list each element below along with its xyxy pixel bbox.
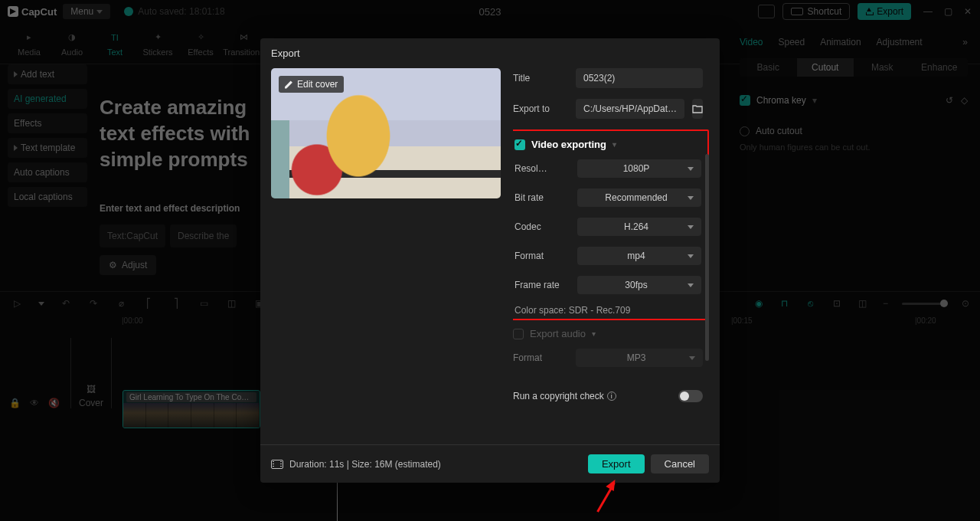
exportto-label: Export to bbox=[513, 103, 568, 114]
topbar: CapCut Menu Auto saved: 18:01:18 0523 Sh… bbox=[0, 0, 980, 23]
chevron-down-icon bbox=[688, 167, 694, 171]
tab-text[interactable]: TIText bbox=[93, 31, 136, 57]
folder-button[interactable] bbox=[692, 99, 703, 119]
crop-icon[interactable]: ◫ bbox=[225, 297, 237, 310]
sidebar-local-captions[interactable]: Local captions bbox=[8, 187, 87, 207]
app-logo: CapCut bbox=[8, 6, 57, 18]
trim-right-icon[interactable]: ⎤ bbox=[170, 297, 182, 310]
format-label: Format bbox=[514, 251, 570, 261]
info-icon[interactable]: i bbox=[607, 392, 616, 401]
title-field[interactable]: 0523(2) bbox=[576, 68, 703, 88]
rptab-animation[interactable]: Animation bbox=[820, 37, 861, 48]
subtab-enhance[interactable]: Enhance bbox=[911, 58, 969, 77]
audio-format-dropdown: MP3 bbox=[576, 349, 703, 367]
edit-cover-button[interactable]: Edit cover bbox=[279, 76, 344, 93]
lock-icon[interactable]: 🔒 bbox=[9, 398, 21, 408]
cover-button[interactable]: 🖼 Cover bbox=[70, 338, 112, 408]
codec-dropdown[interactable]: H.264 bbox=[577, 218, 701, 236]
sidebar-auto-captions[interactable]: Auto captions bbox=[8, 162, 87, 182]
subtab-basic[interactable]: Basic bbox=[740, 58, 797, 77]
tab-audio[interactable]: ◑Audio bbox=[51, 31, 93, 57]
trim-left-icon[interactable]: ⎡ bbox=[142, 297, 155, 310]
tab-stickers[interactable]: ✦Stickers bbox=[136, 31, 179, 57]
shortcut-button[interactable]: Shortcut bbox=[782, 3, 851, 20]
exportto-field[interactable]: C:/Users/HP/AppDat… bbox=[576, 99, 684, 119]
menu-button[interactable]: Menu bbox=[63, 4, 110, 19]
undo-icon[interactable]: ↶ bbox=[60, 297, 72, 310]
keyframe-icon[interactable]: ◇ bbox=[961, 95, 968, 106]
zoom-fit-icon[interactable]: ⊙ bbox=[962, 298, 969, 309]
rptab-more-icon[interactable]: » bbox=[962, 37, 968, 48]
rptab-adjustment[interactable]: Adjustment bbox=[877, 37, 923, 48]
tab-media[interactable]: ▸Media bbox=[8, 31, 51, 57]
chroma-checkbox[interactable] bbox=[740, 95, 750, 106]
right-panel: Video Speed Animation Adjustment » Basic… bbox=[727, 29, 980, 290]
chevron-down-icon bbox=[688, 283, 694, 287]
magnet-icon[interactable]: ⊓ bbox=[779, 297, 791, 310]
sidebar-text-template[interactable]: Text template bbox=[8, 138, 87, 158]
chevron-down-icon bbox=[688, 196, 694, 200]
chevron-down-icon bbox=[688, 254, 694, 258]
export-confirm-button[interactable]: Export bbox=[588, 454, 645, 473]
auto-cutout-label: Auto cutout bbox=[756, 126, 802, 136]
clip-label: Girl Learning To Type On The Computer bbox=[126, 392, 256, 402]
video-track-clip[interactable]: Girl Learning To Type On The Computer bbox=[122, 390, 260, 428]
format-dropdown[interactable]: mp4 bbox=[577, 247, 701, 265]
delete-icon[interactable]: ▭ bbox=[198, 297, 210, 310]
eye-icon[interactable]: 👁 bbox=[30, 398, 39, 408]
cancel-button[interactable]: Cancel bbox=[651, 454, 709, 473]
framerate-dropdown[interactable]: 30fps bbox=[577, 276, 701, 294]
subtab-cutout[interactable]: Cutout bbox=[797, 58, 854, 77]
audio-icon: ◑ bbox=[64, 31, 80, 44]
rptab-speed[interactable]: Speed bbox=[778, 37, 805, 48]
rptab-video[interactable]: Video bbox=[740, 37, 763, 48]
auto-cutout-radio[interactable] bbox=[740, 126, 750, 136]
effects-icon: ✧ bbox=[192, 31, 209, 44]
sidebar-ai-generated[interactable]: AI generated bbox=[8, 89, 87, 109]
text-icon: TI bbox=[106, 31, 123, 44]
pointer-icon[interactable]: ▷ bbox=[11, 297, 23, 310]
copyright-label: Run a copyright check bbox=[513, 391, 604, 401]
preview-icon[interactable]: ⊡ bbox=[831, 297, 843, 310]
bitrate-dropdown[interactable]: Recommended bbox=[577, 188, 701, 207]
chevron-down-icon bbox=[688, 225, 694, 229]
mute-icon[interactable]: 🔇 bbox=[48, 398, 60, 408]
maximize-icon[interactable]: ▢ bbox=[943, 7, 952, 16]
marker-icon[interactable]: ◉ bbox=[753, 297, 765, 310]
pencil-icon bbox=[285, 80, 293, 89]
track-icon[interactable]: ◫ bbox=[857, 297, 869, 310]
subtab-mask[interactable]: Mask bbox=[854, 58, 911, 77]
undo-icon[interactable]: ↺ bbox=[946, 95, 953, 106]
copyright-toggle[interactable] bbox=[678, 390, 703, 402]
prompt-text-field[interactable]: Text:CapCut bbox=[100, 224, 165, 247]
export-button-top[interactable]: Export bbox=[858, 3, 911, 20]
sidebar-add-text[interactable]: Add text bbox=[8, 64, 87, 84]
footer-info: Duration: 11s | Size: 16M (estimated) bbox=[271, 459, 441, 470]
zoom-slider[interactable] bbox=[902, 303, 948, 305]
resolution-dropdown[interactable]: 1080P bbox=[577, 159, 701, 178]
modal-title: Export bbox=[260, 38, 720, 68]
export-audio-checkbox[interactable] bbox=[513, 329, 524, 339]
film-icon bbox=[271, 460, 283, 469]
cutout-hint: Only human figures can be cut out. bbox=[740, 143, 968, 152]
tab-effects[interactable]: ✧Effects bbox=[179, 31, 222, 57]
media-icon: ▸ bbox=[21, 31, 38, 44]
framerate-label: Frame rate bbox=[514, 280, 570, 290]
audio-format-label: Format bbox=[513, 352, 568, 363]
annotation-arrow bbox=[590, 479, 628, 517]
resolution-label: Resol… bbox=[514, 163, 570, 174]
video-export-checkbox[interactable] bbox=[514, 139, 525, 150]
layout-icon[interactable] bbox=[758, 5, 775, 18]
zoom-out-icon[interactable]: − bbox=[883, 298, 888, 309]
chroma-label: Chroma key bbox=[756, 95, 806, 106]
redo-icon[interactable]: ↷ bbox=[87, 297, 100, 310]
link-icon[interactable]: ⎋ bbox=[805, 297, 817, 310]
close-icon[interactable]: ✕ bbox=[963, 7, 972, 16]
prompt-desc-field[interactable]: Describe the bbox=[170, 224, 237, 247]
scrollbar[interactable] bbox=[705, 154, 709, 361]
tab-transitions[interactable]: ⋈Transitions bbox=[222, 31, 265, 57]
sidebar-effects[interactable]: Effects bbox=[8, 113, 87, 133]
minimize-icon[interactable]: — bbox=[923, 7, 933, 16]
adjust-button[interactable]: ⚙ Adjust bbox=[100, 255, 156, 275]
split-icon[interactable]: ⌀ bbox=[115, 297, 127, 310]
